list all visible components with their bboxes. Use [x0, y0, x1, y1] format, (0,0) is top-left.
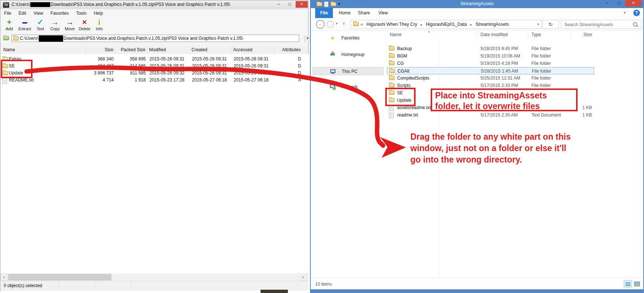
explorer-titlebar[interactable]: ▾ StreamingAssets – □ × [311, 0, 643, 8]
sidebar-item-homegroup[interactable]: Homegroup [313, 50, 383, 59]
menu-edit[interactable]: Edit [15, 11, 30, 16]
horizontal-scrollbar[interactable]: ‹ › [1, 273, 309, 281]
recent-locations-icon[interactable]: ▾ [336, 21, 338, 25]
annotation-box-7zip-se-update [1, 60, 32, 78]
thumbnail-view-button[interactable] [633, 280, 641, 287]
folder-icon [389, 76, 395, 80]
search-icon[interactable] [633, 22, 637, 27]
folder-icon [353, 22, 359, 26]
folder-icon [13, 36, 19, 41]
sidebar-item-network[interactable]: Network [313, 83, 383, 91]
sevenzip-file-row[interactable]: Extras368 340358 6952015-05-26 09:312015… [1, 56, 309, 63]
column-attributes[interactable]: Attributes [276, 46, 301, 54]
sevenzip-titlebar[interactable]: 7z C:\Users\Downloads\PS3.Voice.and.Grap… [0, 0, 308, 10]
explorer-file-row[interactable]: Backup5/28/2015 9:45 PMFile folder [387, 45, 594, 52]
back-icon[interactable]: ← [316, 20, 325, 29]
copy-button[interactable]: →Copy [48, 17, 62, 34]
minimize-button[interactable]: – [602, 0, 613, 7]
explorer-file-row[interactable]: CG5/19/2015 4:28 PMFile folder [387, 60, 594, 67]
column-date-modified[interactable]: Date modified [481, 31, 508, 38]
maximize-button[interactable]: □ [285, 1, 295, 8]
explorer-address-row: ← → ▾ ↑ « Higurashi When They Cry ▸ Higu… [311, 18, 643, 31]
scroll-left-icon[interactable]: ‹ [1, 273, 7, 281]
forward-icon[interactable]: → [327, 21, 334, 28]
refresh-icon[interactable]: ↻ [543, 20, 559, 29]
menu-help[interactable]: Help [90, 11, 107, 16]
homegroup-icon [330, 53, 333, 56]
breadcrumb-segment[interactable]: HigurashiEp01_Data [426, 22, 467, 27]
column-accessed[interactable]: Accessed [233, 46, 252, 54]
sevenzip-status-bar: 0 object(s) selected [1, 281, 309, 291]
folder-icon [389, 54, 395, 58]
sevenzip-file-row[interactable]: README.txt4 7141 9182015-05-23 17:282015… [1, 77, 309, 84]
sevenzip-address-row: C:\Users\Downloads\PS3.Voice.and.Graphic… [0, 34, 308, 43]
close-button[interactable]: × [296, 1, 308, 8]
menu-view[interactable]: View [30, 11, 47, 16]
annotation-box-explorer-se-update [385, 88, 416, 106]
breadcrumb-segment[interactable]: Higurashi When They Cry [364, 22, 417, 27]
tab-home[interactable]: Home [336, 8, 354, 18]
column-name[interactable]: Name [390, 31, 402, 38]
chevron-right-icon: ▸ [468, 22, 474, 27]
sevenzip-window: 7z C:\Users\Downloads\PS3.Voice.and.Grap… [0, 0, 309, 291]
up-icon[interactable]: ↑ [342, 20, 345, 27]
tab-view[interactable]: View [374, 8, 392, 18]
explorer-ribbon: File Home Share View ▾ ? [311, 8, 643, 19]
minimize-button[interactable]: – [273, 1, 284, 8]
column-modified[interactable]: Modified [149, 46, 166, 54]
move-button[interactable]: →Move [62, 17, 77, 34]
test-icon: ✓ [33, 17, 48, 27]
details-view-button[interactable] [624, 280, 632, 287]
column-size[interactable]: Size [557, 31, 592, 38]
delete-button[interactable]: ×Delete [77, 17, 92, 34]
info-button[interactable]: iInfo [92, 17, 107, 34]
explorer-file-row[interactable]: BGM5/19/2015 10:06 AMFile folder [387, 52, 594, 60]
sidebar-item-this-pc[interactable]: This PC [313, 67, 383, 75]
redacted-username [30, 2, 50, 7]
explorer-file-row-selected[interactable]: CGAlt5/28/2015 1:45 AMFile folder [387, 67, 594, 74]
sevenzip-file-list[interactable]: Extras368 340358 6952015-05-26 09:312015… [1, 54, 309, 273]
address-dropdown-icon[interactable]: ▾ [537, 20, 539, 28]
sidebar-item-favorites[interactable]: ★ Favorites [313, 34, 383, 42]
search-input[interactable] [564, 21, 631, 29]
column-packed-size[interactable]: Packed Size [116, 46, 145, 54]
star-icon: ★ [330, 35, 335, 41]
address-bar-input[interactable]: C:\Users\Downloads\PS3.Voice.and.Graphic… [11, 35, 299, 42]
this-pc-icon [330, 69, 335, 73]
explorer-file-row[interactable]: readme.txt5/17/2015 2:30 AMText Document… [387, 111, 594, 119]
scroll-right-icon[interactable]: › [300, 273, 306, 281]
menu-tools[interactable]: Tools [72, 11, 90, 16]
expand-ribbon-icon[interactable]: ▾ [624, 10, 626, 15]
extract-button[interactable]: ▬Extract [17, 17, 32, 34]
close-button[interactable]: × [625, 0, 641, 7]
tab-share[interactable]: Share [355, 8, 373, 18]
column-name[interactable]: Name [3, 46, 15, 54]
add-icon: + [2, 17, 17, 27]
help-icon[interactable]: ? [633, 10, 640, 16]
menu-favorites[interactable]: Favorites [47, 11, 72, 16]
column-created[interactable]: Created [192, 46, 207, 54]
item-count: 10 items [315, 282, 332, 287]
file-icon [389, 105, 393, 111]
column-type[interactable]: Type [531, 31, 541, 38]
search-box[interactable] [561, 20, 641, 29]
breadcrumb[interactable]: « Higurashi When They Cry ▸ HigurashiEp0… [351, 20, 542, 29]
column-size[interactable]: Size [87, 46, 113, 54]
sevenzip-file-row[interactable]: SE234 467214 5652015-05-26 09:312015-05-… [1, 63, 309, 70]
tab-file[interactable]: File [315, 8, 333, 18]
scrollbar-thumb[interactable] [8, 274, 111, 280]
explorer-file-row[interactable]: CompiledScripts5/25/2015 12:31 AMFile fo… [387, 74, 594, 82]
explorer-file-row[interactable]: Scripts5/17/2015 2:33 PMFile folder [387, 82, 594, 89]
breadcrumb-segment[interactable]: StreamingAssets [475, 22, 509, 27]
sevenzip-menubar: File Edit View Favorites Tools Help [0, 9, 308, 17]
menu-file[interactable]: File [0, 11, 15, 16]
maximize-button[interactable]: □ [613, 0, 624, 7]
sevenzip-file-row[interactable]: Update3 896 737811 5852015-05-26 09:3220… [1, 70, 309, 77]
selection-status: 0 object(s) selected [4, 281, 42, 290]
info-icon: i [92, 17, 107, 27]
root-folder-icon[interactable] [3, 36, 9, 40]
add-button[interactable]: +Add [2, 17, 17, 34]
extract-icon: ▬ [17, 17, 32, 27]
test-button[interactable]: ✓Test [33, 17, 48, 34]
sevenzip-window-title: C:\Users\Downloads\PS3.Voice.and.Graphic… [11, 2, 230, 7]
